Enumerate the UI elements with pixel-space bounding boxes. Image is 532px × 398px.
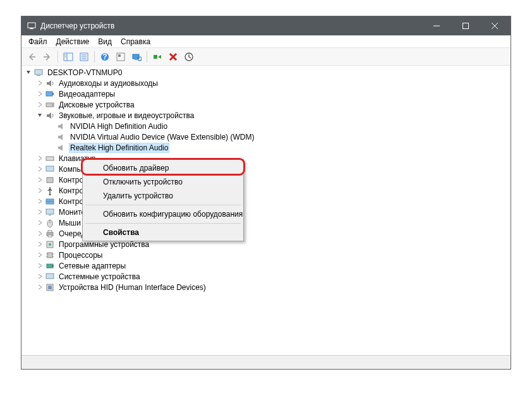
tree-category[interactable]: Системные устройства [21, 271, 511, 282]
svg-rect-40 [46, 202, 54, 204]
svg-rect-18 [118, 54, 121, 57]
chevron-right-icon[interactable] [37, 187, 44, 194]
back-button[interactable] [24, 50, 39, 64]
printer-icon [45, 229, 55, 239]
forward-button[interactable] [40, 50, 55, 64]
titlebar[interactable]: Диспетчер устройств [21, 16, 511, 35]
chevron-right-icon[interactable] [37, 80, 44, 87]
context-disable-device[interactable]: Отключить устройство [84, 175, 242, 189]
close-button[interactable] [480, 16, 509, 35]
scan-button[interactable] [129, 50, 144, 64]
chevron-right-icon[interactable] [37, 251, 44, 258]
hid-icon [45, 282, 55, 292]
chevron-down-icon[interactable] [25, 69, 32, 76]
svg-rect-47 [48, 235, 52, 237]
chevron-right-icon[interactable] [37, 241, 44, 248]
toolbar-separator [147, 51, 147, 63]
action-button[interactable] [113, 50, 128, 64]
chevron-right-icon[interactable] [37, 90, 44, 97]
show-hide-tree-button[interactable] [61, 50, 76, 64]
svg-rect-46 [48, 231, 52, 232]
svg-line-22 [141, 60, 142, 61]
uninstall-button[interactable] [166, 50, 181, 64]
svg-rect-0 [28, 23, 35, 28]
chevron-right-icon[interactable] [37, 155, 44, 162]
context-update-driver[interactable]: Обновить драйвер [84, 161, 242, 175]
chevron-right-icon[interactable] [37, 198, 44, 205]
context-scan-hardware[interactable]: Обновить конфигурацию оборудования [84, 207, 242, 221]
tree-category[interactable]: Процессоры [21, 250, 511, 260]
tree-category[interactable]: Сетевые адаптеры [21, 260, 511, 271]
svg-rect-27 [35, 69, 42, 75]
svg-rect-4 [463, 23, 469, 29]
enable-button[interactable] [150, 50, 165, 64]
spacer [48, 144, 55, 151]
minimize-button[interactable] [422, 16, 451, 35]
chevron-right-icon[interactable] [37, 230, 44, 237]
cpu-icon [45, 250, 55, 260]
properties-button[interactable] [76, 50, 92, 64]
chevron-right-icon[interactable] [37, 262, 44, 269]
tree-label: Звуковые, игровые и видеоустройства [57, 111, 195, 120]
tree-root[interactable]: DESKTOP-VTNMUP0 [21, 67, 511, 78]
menu-action[interactable]: Действие [52, 36, 94, 47]
menu-file[interactable]: Файл [24, 36, 52, 47]
spacer [48, 123, 55, 130]
menu-label: Отключить устройство [103, 178, 183, 186]
usb-icon [45, 186, 55, 196]
chevron-right-icon[interactable] [37, 208, 44, 215]
svg-point-38 [49, 193, 51, 195]
svg-point-49 [49, 243, 51, 246]
computer-icon [45, 164, 55, 174]
chevron-right-icon[interactable] [37, 219, 44, 226]
menu-view[interactable]: Вид [94, 36, 116, 47]
maximize-button[interactable] [451, 16, 480, 35]
context-properties[interactable]: Свойства [84, 226, 242, 239]
tree-category-expanded[interactable]: Звуковые, игровые и видеоустройства [21, 110, 511, 121]
chevron-down-icon[interactable] [37, 112, 44, 119]
keyboard-icon [45, 154, 55, 164]
svg-rect-56 [52, 265, 54, 267]
chevron-right-icon[interactable] [37, 101, 44, 108]
menu-separator [85, 223, 241, 224]
tree-category[interactable]: Устройства HID (Human Interface Devices) [21, 282, 511, 292]
chevron-right-icon[interactable] [37, 166, 44, 172]
spacer [48, 133, 55, 140]
svg-rect-20 [135, 59, 137, 60]
svg-rect-1 [30, 28, 33, 29]
toolbar-separator [94, 51, 95, 63]
speaker-icon [45, 111, 55, 121]
context-uninstall-device[interactable]: Удалить устройство [84, 189, 242, 203]
chevron-right-icon[interactable] [37, 273, 44, 280]
tree-category[interactable]: Аудиовходы и аудиовыходы [21, 78, 511, 88]
tree-device[interactable]: NVIDIA High Definition Audio [21, 121, 511, 131]
mouse-icon [45, 218, 55, 228]
tree-label: Дисковые устройства [57, 100, 136, 109]
tree-content: DESKTOP-VTNMUP0 Аудиовходы и аудиовыходы… [21, 66, 511, 355]
svg-rect-37 [47, 178, 53, 183]
chevron-right-icon[interactable] [37, 284, 44, 291]
menubar: Файл Действие Вид Справка [21, 35, 511, 48]
chevron-right-icon[interactable] [37, 176, 44, 183]
computer-icon [33, 68, 44, 78]
svg-text:?: ? [102, 52, 107, 61]
menu-label: Удалить устройство [103, 191, 173, 200]
help-button[interactable]: ? [97, 50, 112, 64]
menu-help[interactable]: Справка [116, 36, 155, 47]
svg-rect-30 [52, 93, 54, 95]
tree-category[interactable]: Видеоадаптеры [21, 88, 511, 99]
tree-category[interactable]: Дисковые устройства [21, 99, 511, 110]
tree-label: NVIDIA Virtual Audio Device (Wave Extens… [69, 133, 255, 142]
tree-device[interactable]: NVIDIA Virtual Audio Device (Wave Extens… [21, 131, 511, 142]
svg-rect-59 [48, 286, 52, 289]
tree-label: Устройства HID (Human Interface Devices) [57, 283, 207, 292]
tree-device-selected[interactable]: Realtek High Definition Audio [21, 142, 511, 153]
window-title: Диспетчер устройств [40, 21, 422, 30]
speaker-icon [45, 78, 55, 88]
device-manager-window: Диспетчер устройств Файл Действие Вид Сп… [21, 16, 511, 370]
speaker-icon [56, 143, 66, 153]
menu-separator [85, 205, 241, 205]
update-driver-button[interactable] [181, 50, 196, 64]
tree-label: Сетевые адаптеры [57, 262, 127, 270]
software-icon [45, 239, 55, 250]
